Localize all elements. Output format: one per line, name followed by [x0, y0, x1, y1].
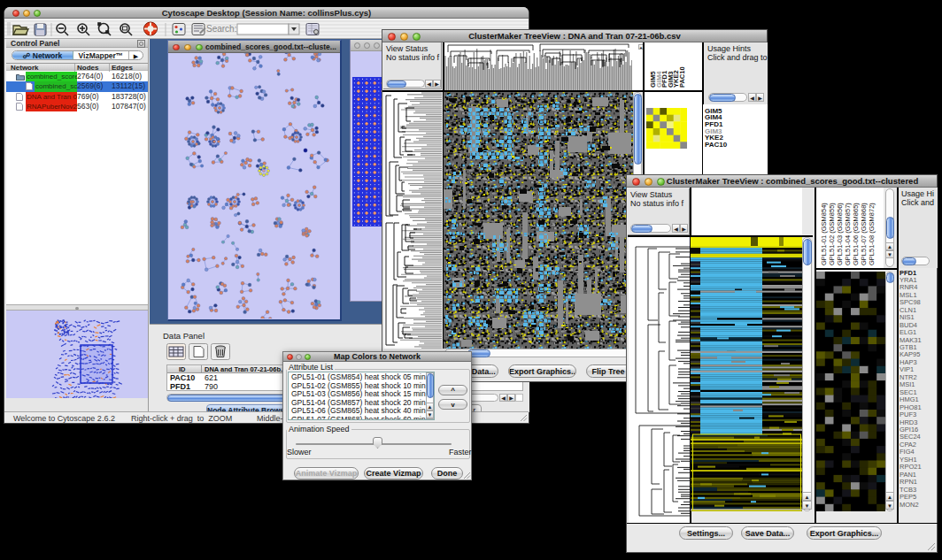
svg-text:Search:: Search:: [206, 24, 236, 34]
